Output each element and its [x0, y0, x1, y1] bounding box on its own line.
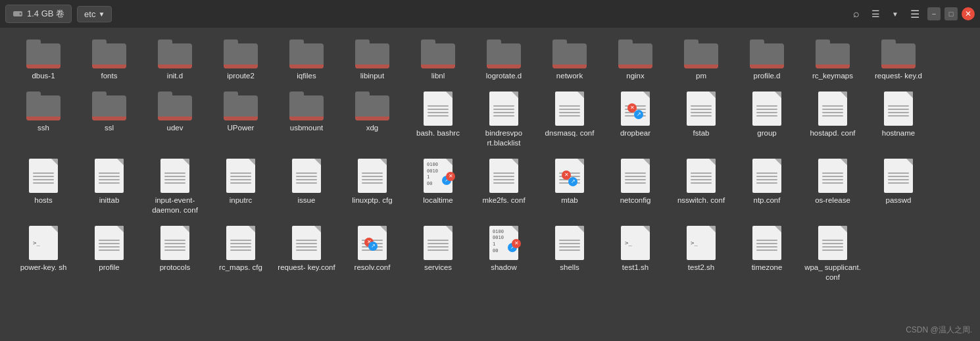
- file-item-linuxptp.-cfg[interactable]: linuxptp. cfg: [339, 153, 405, 221]
- file-item-inputrc[interactable]: inputrc: [208, 153, 274, 221]
- file-item-request--key.d[interactable]: request- key.d: [866, 34, 931, 86]
- file-icon: [226, 159, 255, 193]
- file-icon: [95, 226, 124, 260]
- path-label: etc: [84, 9, 95, 19]
- file-item-mke2fs.-conf[interactable]: mke2fs. conf: [471, 153, 537, 221]
- file-item-protocols[interactable]: protocols: [142, 221, 208, 288]
- file-label: mtab: [561, 196, 578, 205]
- file-item-inittab[interactable]: inittab: [76, 153, 142, 221]
- minimize-button[interactable]: −: [927, 7, 941, 20]
- file-item-request--key.conf[interactable]: request- key.conf: [274, 221, 339, 288]
- file-item-nsswitch.-conf[interactable]: nsswitch. conf: [668, 153, 734, 221]
- sort-button[interactable]: ▼: [888, 8, 902, 20]
- file-item-bindresvpo-rt.blacklist[interactable]: bindresvpo rt.blacklist: [471, 86, 537, 153]
- file-label: ssh: [37, 123, 49, 133]
- file-label: mke2fs. conf: [482, 196, 525, 205]
- file-item-ssh[interactable]: ssh: [11, 86, 76, 153]
- file-item-shadow[interactable]: 0100 0010 1 00 ↗✕ shadow: [471, 221, 537, 288]
- file-item-passwd[interactable]: passwd: [866, 153, 931, 221]
- file-label: request- key.conf: [278, 263, 335, 273]
- file-item-netconfig[interactable]: netconfig: [602, 153, 668, 221]
- file-item-dnsmasq.-conf[interactable]: dnsmasq. conf: [537, 86, 602, 153]
- file-item-resolv.conf[interactable]: ✕ ↗ resolv.conf: [339, 221, 405, 288]
- file-item-test2.sh[interactable]: >_ test2.sh: [668, 221, 734, 288]
- folder-icon: [158, 92, 192, 120]
- file-item-network[interactable]: network: [537, 34, 602, 86]
- file-item-udev[interactable]: udev: [142, 86, 208, 153]
- file-item-upower[interactable]: UPower: [208, 86, 274, 153]
- file-item-input-event--daemon.-conf[interactable]: input-event- daemon. conf: [142, 153, 208, 221]
- file-icon: [752, 226, 781, 260]
- titlebar-left: 1.4 GB 卷 etc ▼: [5, 5, 844, 23]
- close-button[interactable]: ✕: [962, 7, 975, 20]
- file-item-services[interactable]: services: [405, 221, 471, 288]
- file-item-group[interactable]: group: [734, 86, 800, 153]
- file-item-shells[interactable]: shells: [537, 221, 602, 288]
- file-item-test1.sh[interactable]: >_ test1.sh: [602, 221, 668, 288]
- dropdown-arrow-icon: ▼: [98, 11, 105, 18]
- file-label: logrotate.d: [486, 71, 522, 81]
- watermark: CSDN @温人之周.: [906, 325, 972, 336]
- file-label: rc_keymaps: [812, 71, 853, 81]
- file-item-rc_keymaps[interactable]: rc_keymaps: [800, 34, 866, 86]
- script-prompt-icon: >_: [691, 240, 698, 246]
- file-item-localtime[interactable]: 0100 0010 1 00 ↗✕ localtime: [405, 153, 471, 221]
- file-item-profile.d[interactable]: profile.d: [734, 34, 800, 86]
- file-icon: [292, 226, 321, 260]
- file-label: passwd: [886, 196, 912, 205]
- file-item-hostname[interactable]: hostname: [866, 86, 931, 153]
- file-item-hostapd.-conf[interactable]: hostapd. conf: [800, 86, 866, 153]
- file-label: iproute2: [227, 71, 255, 81]
- file-label: udev: [167, 123, 184, 133]
- file-label: os-release: [815, 196, 850, 205]
- maximize-button[interactable]: □: [944, 7, 958, 20]
- search-button[interactable]: ⌕: [849, 5, 864, 22]
- file-item-init.d[interactable]: init.d: [142, 34, 208, 86]
- file-item-dbus-1[interactable]: dbus-1: [11, 34, 76, 86]
- list-view-button[interactable]: ☰: [868, 6, 884, 22]
- file-item-mtab[interactable]: ✕ ↗ mtab: [537, 153, 602, 221]
- file-item-iqfiles[interactable]: iqfiles: [274, 34, 339, 86]
- file-item-usbmount[interactable]: usbmount: [274, 86, 339, 153]
- script-file-icon: >_: [29, 226, 58, 260]
- script-prompt-icon: >_: [625, 240, 632, 246]
- file-item-timezone[interactable]: timezone: [734, 221, 800, 288]
- file-item-iproute2[interactable]: iproute2: [208, 34, 274, 86]
- file-item-dropbear[interactable]: ✕ ↗ dropbear: [602, 86, 668, 153]
- file-icon: [621, 159, 650, 193]
- file-icon: [555, 226, 584, 260]
- file-item-nginx[interactable]: nginx: [602, 34, 668, 86]
- menu-button[interactable]: ☰: [906, 5, 923, 23]
- file-item-libinput[interactable]: libinput: [339, 34, 405, 86]
- file-item-profile[interactable]: profile: [76, 221, 142, 288]
- file-lines: [95, 172, 124, 184]
- file-item-wpa_-supplicant.-conf[interactable]: wpa_ supplicant. conf: [800, 221, 866, 288]
- file-lines: [687, 172, 716, 184]
- folder-icon: [289, 39, 324, 68]
- file-item-libnl[interactable]: libnl: [405, 34, 471, 86]
- file-item-logrotate.d[interactable]: logrotate.d: [471, 34, 537, 86]
- file-item-rc_maps.-cfg[interactable]: rc_maps. cfg: [208, 221, 274, 288]
- path-button[interactable]: etc ▼: [77, 6, 112, 22]
- volume-button[interactable]: 1.4 GB 卷: [5, 5, 72, 23]
- file-label: xdg: [366, 123, 379, 133]
- file-label: test1.sh: [622, 263, 649, 273]
- file-item-hosts[interactable]: hosts: [11, 153, 76, 221]
- file-item-issue[interactable]: issue: [274, 153, 339, 221]
- file-item-ntp.conf[interactable]: ntp.conf: [734, 153, 800, 221]
- file-item-fonts[interactable]: fonts: [76, 34, 142, 86]
- file-item-bash.-bashrc[interactable]: bash. bashrc: [405, 86, 471, 153]
- file-item-fstab[interactable]: fstab: [668, 86, 734, 153]
- script-prompt-icon: >_: [33, 240, 40, 246]
- file-label: linuxptp. cfg: [352, 196, 392, 205]
- list-view-icon: ☰: [871, 9, 880, 19]
- file-item-xdg[interactable]: xdg: [339, 86, 405, 153]
- file-item-pm[interactable]: pm: [668, 34, 734, 86]
- file-icon: [818, 226, 847, 260]
- file-item-power-key.-sh[interactable]: >_ power-key. sh: [11, 221, 76, 288]
- file-lines: [818, 105, 847, 117]
- folder-icon: [355, 39, 389, 68]
- file-item-os-release[interactable]: os-release: [800, 153, 866, 221]
- file-item-ssl[interactable]: ssl: [76, 86, 142, 153]
- file-lines: [687, 105, 716, 117]
